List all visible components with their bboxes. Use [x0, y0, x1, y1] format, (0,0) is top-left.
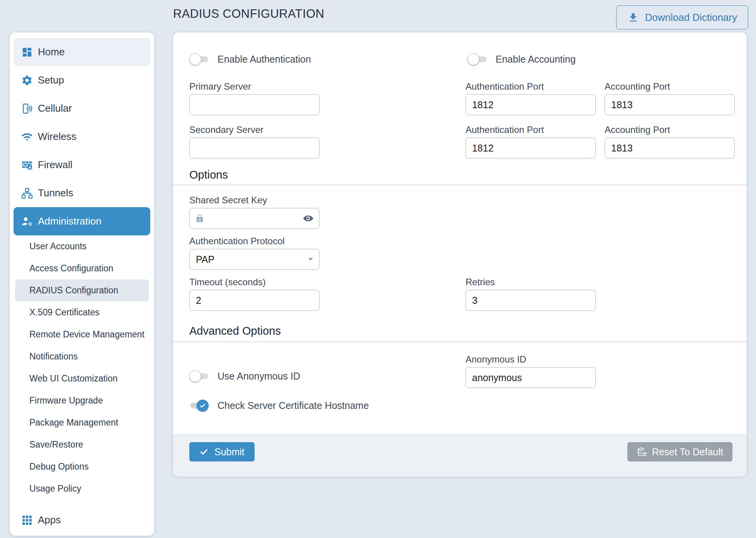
sidebar-item-web-ui-customization[interactable]: Web UI Customization	[15, 368, 149, 390]
timeout-seconds-input[interactable]	[189, 290, 319, 311]
toggle-knob	[467, 53, 479, 65]
reset-to-default-button[interactable]: Reset To Default	[627, 442, 732, 461]
retries-input[interactable]	[465, 290, 596, 311]
sidebar-item-label: Home	[38, 46, 65, 58]
show-password-eye-icon[interactable]	[303, 213, 314, 224]
sidebar-item-label: Package Management	[29, 417, 118, 428]
toggle-knob	[189, 53, 201, 65]
enable-accounting-row: Enable Accounting	[467, 53, 576, 65]
sidebar-item-x509-certificates[interactable]: X.509 Certificates	[15, 301, 149, 323]
firewall-icon	[21, 159, 33, 171]
shared-secret-key-field	[189, 208, 319, 229]
check-server-certificate-hostname-label: Check Server Certificate Hostname	[217, 400, 369, 411]
primary-authentication-port-input[interactable]	[465, 94, 596, 115]
enable-authentication-row: Enable Authentication	[189, 53, 311, 65]
sidebar-item-label: Firewall	[38, 159, 73, 171]
database-reset-icon	[637, 447, 647, 457]
sidebar-item-label: Debug Options	[29, 461, 88, 472]
authentication-protocol-label: Authentication Protocol	[189, 236, 285, 247]
sidebar-item-label: Firmware Upgrade	[29, 395, 103, 406]
sidebar-item-notifications[interactable]: Notifications	[15, 346, 149, 368]
sidebar-item-tunnels[interactable]: Tunnels	[14, 179, 150, 207]
sidebar-item-cellular[interactable]: Cellular	[14, 94, 150, 123]
sidebar-item-wireless[interactable]: Wireless	[14, 123, 150, 151]
secondary-server-label: Secondary Server	[189, 124, 263, 135]
check-server-certificate-hostname-toggle[interactable]	[189, 400, 209, 412]
retries-label: Retries	[465, 277, 495, 288]
enable-accounting-toggle[interactable]	[467, 53, 487, 65]
secondary-server-input[interactable]	[189, 138, 319, 158]
download-dictionary-label: Download Dictionary	[645, 12, 737, 24]
authentication-protocol-select[interactable]: PAP	[189, 249, 319, 270]
sidebar-item-label: Tunnels	[38, 187, 73, 199]
sidebar-item-label: User Accounts	[29, 241, 87, 252]
sidebar-item-save-restore[interactable]: Save/Restore	[15, 434, 149, 456]
sidebar-item-firewall[interactable]: Firewall	[14, 151, 150, 179]
authentication-port-label: Authentication Port	[465, 124, 544, 135]
sidebar-item-firmware-upgrade[interactable]: Firmware Upgrade	[15, 390, 149, 412]
sidebar-item-apps[interactable]: Apps	[14, 506, 150, 534]
cellular-icon	[21, 103, 33, 114]
lock-icon	[195, 213, 205, 223]
sidebar-item-label: Cellular	[38, 102, 72, 114]
gear-icon	[21, 75, 33, 86]
sidebar-item-usage-policy[interactable]: Usage Policy	[15, 478, 149, 500]
reset-to-default-label: Reset To Default	[652, 446, 723, 458]
download-dictionary-button[interactable]: Download Dictionary	[616, 5, 748, 29]
radius-configuration-page: RADIUS CONFIGURATION Download Dictionary…	[0, 0, 756, 538]
check-icon	[199, 447, 209, 456]
sidebar-item-label: X.509 Certificates	[29, 307, 100, 318]
shared-secret-key-input[interactable]	[189, 208, 319, 229]
secondary-accounting-port-input[interactable]	[605, 138, 735, 158]
anonymous-id-input[interactable]	[465, 367, 596, 388]
enable-authentication-toggle[interactable]	[189, 53, 209, 65]
sidebar-item-package-management[interactable]: Package Management	[15, 412, 149, 434]
toggle-knob	[189, 370, 201, 382]
radius-configuration-panel: Enable Authentication Enable Accounting …	[173, 32, 747, 476]
sidebar-item-label: Save/Restore	[29, 439, 83, 450]
sidebar-item-label: Setup	[38, 74, 64, 86]
authentication-port-label: Authentication Port	[465, 81, 544, 92]
secondary-authentication-port-input[interactable]	[465, 138, 596, 158]
apps-grid-icon	[21, 514, 33, 526]
sidebar-item-label: Remote Device Management	[29, 329, 144, 340]
sidebar-item-administration[interactable]: Administration	[14, 207, 150, 235]
use-anonymous-id-label: Use Anonymous ID	[217, 371, 300, 382]
dashboard-icon	[21, 46, 33, 58]
sidebar-item-user-accounts[interactable]: User Accounts	[15, 235, 149, 257]
sidebar-item-label: Access Configuration	[29, 263, 113, 274]
submit-label: Submit	[214, 446, 245, 458]
sidebar-item-access-configuration[interactable]: Access Configuration	[15, 257, 149, 279]
sidebar-item-label: RADIUS Configuration	[29, 285, 118, 296]
sidebar-item-label: Administration	[38, 215, 102, 227]
primary-server-input[interactable]	[189, 94, 319, 115]
wifi-icon	[21, 131, 33, 143]
check-server-certificate-hostname-row: Check Server Certificate Hostname	[189, 400, 369, 412]
timeout-seconds-label: Timeout (seconds)	[189, 277, 266, 288]
sidebar: Home Setup Cellular Wireles	[10, 32, 154, 536]
sidebar-item-setup[interactable]: Setup	[14, 66, 150, 94]
options-section-title: Options	[189, 169, 228, 181]
use-anonymous-id-toggle[interactable]	[189, 370, 209, 382]
sidebar-item-radius-configuration[interactable]: RADIUS Configuration	[15, 279, 149, 301]
enable-accounting-label: Enable Accounting	[496, 54, 576, 65]
sidebar-item-label: Web UI Customization	[29, 373, 117, 384]
sidebar-item-debug-options[interactable]: Debug Options	[15, 456, 149, 478]
sidebar-item-remote-device-management[interactable]: Remote Device Management	[15, 323, 149, 346]
authentication-protocol-value: PAP	[196, 254, 214, 265]
chevron-down-icon	[308, 258, 313, 261]
enable-authentication-label: Enable Authentication	[217, 54, 311, 65]
primary-accounting-port-input[interactable]	[605, 94, 735, 115]
submit-button[interactable]: Submit	[189, 442, 255, 461]
primary-server-label: Primary Server	[189, 81, 251, 92]
download-icon	[627, 12, 639, 23]
toggle-knob	[197, 400, 209, 412]
sidebar-item-label: Usage Policy	[29, 484, 81, 494]
shared-secret-key-label: Shared Secret Key	[189, 195, 267, 206]
advanced-options-section-title: Advanced Options	[189, 325, 281, 337]
check-icon	[199, 402, 206, 409]
sidebar-item-label: Wireless	[38, 131, 76, 143]
page-title: RADIUS CONFIGURATION	[173, 7, 324, 21]
sidebar-item-home[interactable]: Home	[14, 38, 150, 66]
sidebar-item-label: Apps	[38, 514, 61, 526]
